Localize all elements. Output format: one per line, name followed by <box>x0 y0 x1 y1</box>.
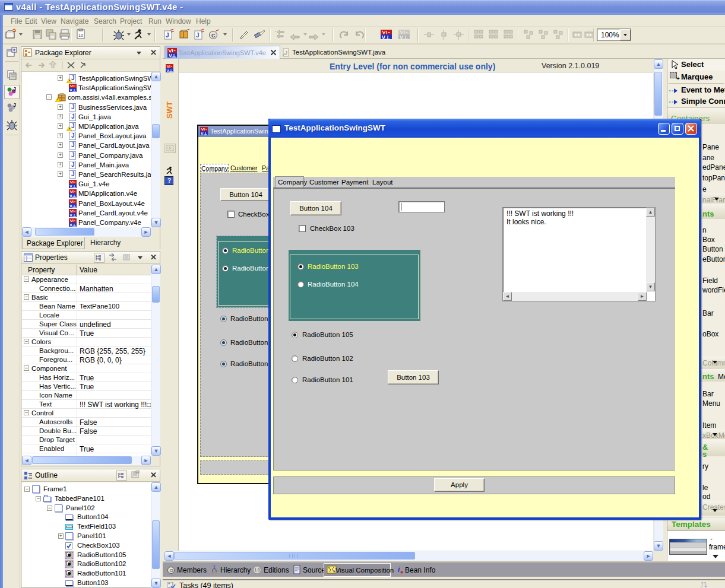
svg-text:J: J <box>13 86 16 92</box>
svg-text:1.0: 1.0 <box>255 568 260 572</box>
svg-text:J: J <box>196 32 200 39</box>
svg-text:J: J <box>285 50 288 56</box>
svg-text:J: J <box>166 32 169 39</box>
svg-text:C: C <box>211 33 216 39</box>
svg-text:10: 10 <box>78 33 83 37</box>
svg-text:J: J <box>13 102 16 108</box>
svg-text:O: O <box>170 568 173 573</box>
svg-text:i: i <box>398 565 400 574</box>
